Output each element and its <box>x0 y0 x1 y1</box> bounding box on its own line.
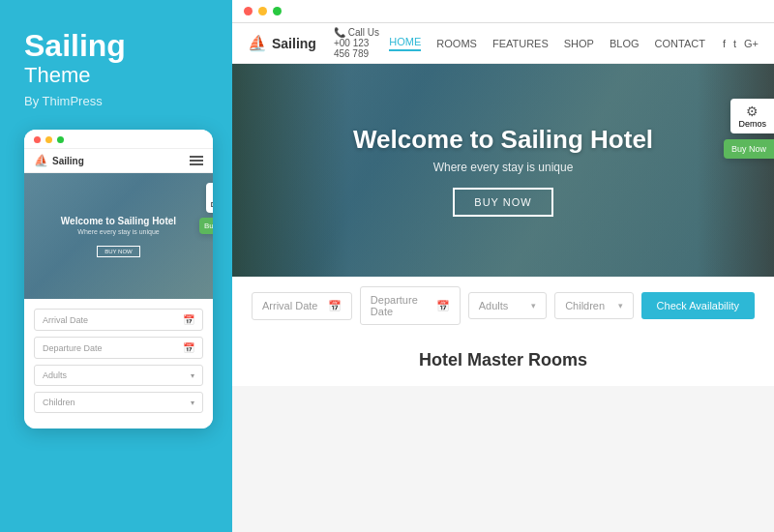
booking-bar: Arrival Date 📅 Departure Date 📅 Adults ▾… <box>232 277 774 335</box>
mockup-hero-title: Welcome to Sailing Hotel <box>61 216 176 226</box>
mockup-adults-select[interactable]: Adults ▾ <box>34 365 203 386</box>
calendar-icon: 📅 <box>183 314 194 325</box>
calendar-icon: 📅 <box>183 342 194 353</box>
calendar-icon: 📅 <box>328 300 342 312</box>
rooms-section: Hotel Master Rooms <box>232 335 774 386</box>
hero-subtitle: Where every stay is unique <box>353 161 653 174</box>
adults-select[interactable]: Adults ▾ <box>468 292 547 319</box>
left-panel: Sailing Theme By ThimPress ⛵ Sailing Wel… <box>0 0 232 532</box>
mockup-hero-sub: Where every stay is unique <box>61 228 176 235</box>
dot-yellow <box>45 136 52 143</box>
hero-content: Welcome to Sailing Hotel Where every sta… <box>353 125 653 217</box>
hamburger-line <box>190 160 203 162</box>
dot-green <box>57 136 64 143</box>
sail-icon: ⛵ <box>34 154 48 167</box>
hero-palms-left <box>232 64 348 277</box>
demos-label: Demos <box>738 119 766 129</box>
mockup-buy-badge[interactable]: Buy Now <box>199 218 213 234</box>
hero-title: Welcome to Sailing Hotel <box>353 125 653 155</box>
chevron-down-icon: ▾ <box>618 301 623 310</box>
site-socials: f t G+ <box>723 38 759 49</box>
browser-chrome <box>232 0 774 23</box>
gear-icon: ⚙ <box>738 103 766 119</box>
site-hero: Welcome to Sailing Hotel Where every sta… <box>232 64 774 277</box>
sail-icon: ⛵ <box>248 34 267 52</box>
brand-subtitle: Theme <box>24 63 213 88</box>
mockup-titlebar <box>24 130 213 149</box>
site-buy-badge[interactable]: Buy Now <box>724 139 774 159</box>
arrival-date-input[interactable]: Arrival Date 📅 <box>252 292 352 320</box>
site-nav: ⛵ Sailing 📞 Call Us +00 123 456 789 HOME… <box>232 23 774 64</box>
mockup-arrival-input[interactable]: Arrival Date 📅 <box>34 309 203 331</box>
twitter-icon[interactable]: t <box>733 38 736 49</box>
brand-title: Sailing <box>24 29 213 63</box>
buy-now-label: Buy Now <box>204 222 213 230</box>
chrome-dot-red <box>244 7 253 15</box>
chevron-down-icon: ▾ <box>191 371 194 380</box>
demos-label: Demos <box>211 200 213 209</box>
mockup-nav-logo: ⛵ Sailing <box>34 154 84 167</box>
dot-red <box>34 136 41 143</box>
adults-label: Adults <box>43 370 67 380</box>
nav-link-home[interactable]: HOME <box>389 36 421 51</box>
googleplus-icon[interactable]: G+ <box>744 38 759 49</box>
brand-by: By ThimPress <box>24 94 213 108</box>
mockup-children-select[interactable]: Children ▾ <box>34 392 203 413</box>
mobile-mockup: ⛵ Sailing Welcome to Sailing Hotel Where… <box>24 130 213 429</box>
hero-palms-right <box>697 64 774 277</box>
arrival-label: Arrival Date <box>43 315 88 325</box>
phone-icon: 📞 <box>334 27 345 38</box>
nav-link-rooms[interactable]: ROOMS <box>436 38 477 49</box>
arrival-placeholder: Arrival Date <box>262 300 317 311</box>
mockup-hero-content: Welcome to Sailing Hotel Where every sta… <box>61 216 176 257</box>
nav-link-features[interactable]: FEATURES <box>492 38 549 49</box>
children-select[interactable]: Children ▾ <box>554 292 633 319</box>
hamburger-line <box>190 163 203 165</box>
check-availability-button[interactable]: Check Availability <box>641 292 755 319</box>
right-panel: ⛵ Sailing 📞 Call Us +00 123 456 789 HOME… <box>232 0 774 532</box>
gear-icon: ⚙ <box>211 187 213 200</box>
mockup-demos-badge[interactable]: ⚙ Demos <box>206 183 213 213</box>
departure-date-input[interactable]: Departure Date 📅 <box>360 286 461 325</box>
rooms-title: Hotel Master Rooms <box>252 350 755 370</box>
nav-link-contact[interactable]: CONTACT <box>655 38 705 49</box>
site-nav-links: HOME ROOMS FEATURES SHOP BLOG CONTACT <box>389 36 705 51</box>
chevron-down-icon: ▾ <box>191 399 194 407</box>
hamburger-icon[interactable] <box>190 156 203 165</box>
children-label: Children <box>43 398 75 407</box>
mockup-booking-form: Arrival Date 📅 Departure Date 📅 Adults ▾… <box>24 299 213 429</box>
site-logo-text: Sailing <box>272 36 316 51</box>
nav-link-blog[interactable]: BLOG <box>610 38 640 49</box>
hero-buy-now-button[interactable]: BUY NOW <box>453 188 552 217</box>
chrome-dot-yellow <box>258 7 267 15</box>
chrome-dot-green <box>273 7 282 15</box>
mockup-nav: ⛵ Sailing <box>24 149 213 173</box>
site-logo: ⛵ Sailing <box>248 34 316 52</box>
site-demos-badge[interactable]: ⚙ Demos <box>730 99 774 133</box>
buy-now-label: Buy Now <box>731 144 766 154</box>
adults-placeholder: Adults <box>479 300 509 311</box>
departure-label: Departure Date <box>43 343 103 353</box>
mockup-hero: Welcome to Sailing Hotel Where every sta… <box>24 173 213 299</box>
nav-link-shop[interactable]: SHOP <box>564 38 594 49</box>
calendar-icon: 📅 <box>436 300 450 312</box>
mockup-nav-logo-text: Sailing <box>52 156 84 166</box>
hamburger-line <box>190 156 203 158</box>
facebook-icon[interactable]: f <box>723 38 726 49</box>
site-phone: 📞 Call Us +00 123 456 789 <box>334 27 381 59</box>
mockup-buy-now-button[interactable]: BUY NOW <box>97 246 140 257</box>
chevron-down-icon: ▾ <box>531 301 536 310</box>
mockup-departure-input[interactable]: Departure Date 📅 <box>34 337 203 359</box>
departure-placeholder: Departure Date <box>371 294 431 317</box>
children-placeholder: Children <box>565 300 605 311</box>
